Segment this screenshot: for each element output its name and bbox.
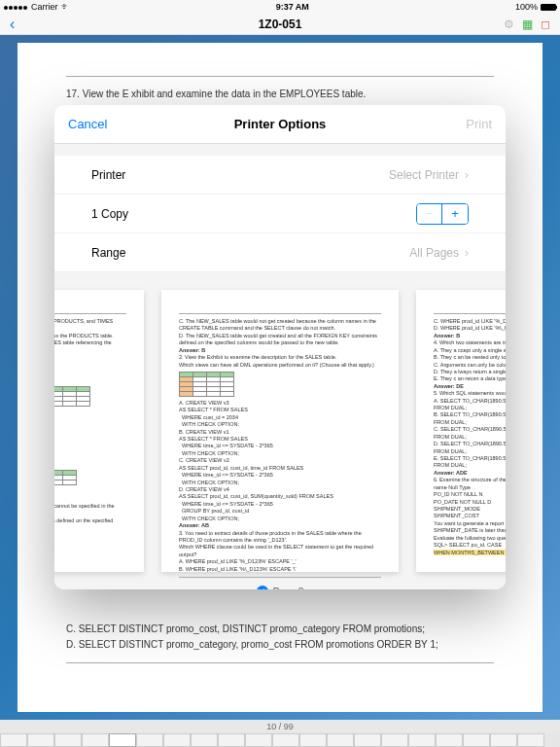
modal-title: Printer Options — [54, 117, 506, 131]
pv-text: You want to generate a report — [434, 520, 506, 527]
pv-text: 6. Examine the structure of the SH — [434, 477, 506, 483]
preview-page-4[interactable]: C. WHERE prod_id LIKE '%_D12 D. WHERE pr… — [416, 290, 506, 572]
clock: 9:37 AM — [276, 2, 309, 12]
pv-text: SHIPMENT_MODE — [434, 506, 506, 513]
page-title: 1Z0-051 — [0, 18, 560, 31]
checkmark-icon: ✓ — [257, 586, 268, 589]
pv-text: SDATE) — [54, 354, 126, 361]
pv-text: SQL> SELECT po_id, CASE — [434, 542, 506, 549]
pv-text: SHIPMENT_DATE is later than on — [434, 527, 506, 534]
copies-row: 1 Copy −+ — [54, 195, 506, 233]
pv-text: FROM DUAL; — [434, 462, 506, 469]
preview-page-2[interactable]: MERS, PRODUCTS, and TIMES eferences the … — [54, 290, 144, 572]
page-counter: 10 / 99 — [0, 720, 560, 733]
printer-label: Printer — [91, 168, 125, 182]
pv-text: C. Arguments can only be column — [434, 362, 506, 369]
pv-answer: Answer: DE — [434, 383, 464, 389]
back-button[interactable]: ‹ — [10, 16, 15, 33]
pv-answer: Answer: AB — [179, 522, 209, 528]
chevron-right-icon: › — [465, 168, 469, 182]
range-label: Range — [91, 246, 125, 260]
battery-pct: 100% — [515, 2, 538, 12]
pv-text: D. WHERE prod_id LIKE '%\_D12 — [434, 325, 506, 332]
pv-text: B. They c an be nested only to tw — [434, 354, 506, 361]
bookmark-icon[interactable]: ◻ — [541, 18, 550, 31]
pv-text: A. WHERE prod_id LIKE '%_D123%' ESCAPE '… — [179, 558, 381, 565]
pv-text: A. CREATE VIEW v3 — [179, 400, 381, 407]
thumbnails-strip[interactable] — [0, 733, 560, 747]
print-button[interactable]: Print — [466, 117, 492, 131]
stepper-minus-button[interactable]: − — [417, 204, 442, 224]
pv-text: AS SELECT prod_id, cust_id, time_id FROM… — [179, 465, 381, 486]
pv-text: FROM DUAL; — [434, 448, 506, 455]
pv-text: SHIPMENT_COST — [434, 513, 506, 519]
pv-text: D. The NEW_SALES table would get created… — [179, 333, 381, 347]
question-17-line1: 17. View the E xhibit and examine the da… — [66, 87, 494, 102]
pv-text: FROM DUAL; — [434, 434, 506, 441]
status-bar: Carrier ᯤ 9:37 AM 100% — [0, 0, 560, 14]
printer-row[interactable]: Printer Select Printer› — [54, 156, 506, 195]
pv-text: MERS, PRODUCTS, and TIMES — [54, 318, 126, 325]
pv-text: B. SELECT TO_CHAR(1890.55,'$ — [434, 411, 506, 418]
chevron-right-icon: › — [465, 246, 469, 260]
stepper-plus-button[interactable]: + — [442, 204, 468, 224]
mini-table — [179, 372, 234, 397]
pv-text: AS SELECT * FROM SALES WHERE cust_id = 2… — [179, 407, 381, 428]
preview-footer: ✓ Page 3 — [179, 586, 381, 589]
copies-stepper[interactable]: −+ — [416, 203, 469, 225]
wifi-icon: ᯤ — [61, 2, 70, 12]
pv-text: D. CREATE VIEW v4 — [179, 486, 381, 493]
pv-text: 2. View the Exhibit to examine the descr… — [179, 354, 381, 361]
pv-text: 4. Which two statements are true — [434, 339, 506, 346]
preview-page-label: Page 3 — [273, 587, 304, 589]
pv-text: C. WHERE prod_id LIKE '%_D12 — [434, 318, 506, 325]
pv-text: name Null Type — [434, 484, 506, 491]
print-previews[interactable]: MERS, PRODUCTS, and TIMES eferences the … — [54, 272, 506, 589]
nav-bar: ‹ 1Z0-051 ⚙ ▦ ◻ — [0, 14, 560, 35]
copies-label: 1 Copy — [91, 207, 128, 221]
pv-text: AS SELECT prod_id, cust_id, SUM(quantity… — [179, 493, 381, 522]
pv-text: AS SELECT * FROM SALES WHERE time_id <= … — [179, 436, 381, 457]
range-row[interactable]: Range All Pages› — [54, 233, 506, 272]
pv-text: nstraints defined on the specified — [54, 517, 126, 524]
pv-text: the SALES table referencing the — [54, 339, 126, 346]
pv-text: B. WHERE prod_id LIKE '%\_D123%' ESCAPE … — [179, 566, 381, 573]
pv-text: 3. You need to extract details of those … — [179, 530, 381, 545]
battery-icon — [541, 4, 556, 11]
cancel-button[interactable]: Cancel — [68, 117, 107, 131]
printer-options-modal: Cancel Printer Options Print Printer Sel… — [54, 105, 506, 589]
options-list: Printer Select Printer› 1 Copy −+ Range … — [54, 156, 506, 272]
carrier-label: Carrier — [31, 2, 58, 12]
mini-table — [54, 470, 77, 485]
pv-text: eferences the PRODUCTS table. — [54, 333, 126, 339]
pv-text: PO_ID NOT NULL N — [434, 491, 506, 498]
pv-text: C. CREATE VIEW v2 — [179, 457, 381, 464]
range-value: All Pages — [409, 246, 459, 260]
pv-text: C. The NEW_SALES table would not get cre… — [179, 318, 381, 333]
pv-text: FROM DUAL; — [434, 405, 506, 411]
mini-table — [54, 386, 90, 407]
pv-text: E. They c an return a data type — [434, 375, 506, 382]
pv-text: FROM DUAL; — [434, 419, 506, 426]
pv-answer: Answer: B — [434, 333, 460, 338]
option-d: D. SELECT DISTINCT promo_category, promo… — [66, 637, 494, 653]
pv-text: A. They a ccept only a single argu — [434, 347, 506, 354]
pv-text: D. They a lways return a single re — [434, 369, 506, 375]
pv-text: Evaluate the following two queries — [434, 535, 506, 542]
pv-text: PO_DATE NOT NULL D — [434, 499, 506, 506]
pv-answer: Answer: B — [179, 347, 205, 353]
printer-value: Select Printer — [389, 168, 459, 182]
pv-text: C. SELECT TO_CHAR(1890.55,'$ — [434, 426, 506, 433]
preview-page-3[interactable]: C. The NEW_SALES table would not get cre… — [161, 290, 399, 572]
pv-hl-text: WHEN MONTHS_BETWEEN (shi — [434, 550, 506, 555]
pv-answer: Answer: ADE — [434, 470, 468, 476]
pv-text: A. SELECT TO_CHAR(1890.55,'$ — [434, 398, 506, 405]
pv-text: E. SELECT TO_CHAR(1890.55,'$ — [434, 455, 506, 462]
pv-text: Which WHERE clause could be used in the … — [179, 544, 381, 558]
pv-text: ? value cannot be specified in the — [54, 503, 126, 510]
grid-icon[interactable]: ▦ — [522, 18, 533, 31]
pv-text: D. SELECT TO_CHAR(1890.55,'$ — [434, 441, 506, 447]
modal-header: Cancel Printer Options Print — [54, 105, 506, 144]
pv-text: Which views can have all DML operations … — [179, 362, 381, 369]
settings-icon[interactable]: ⚙ — [504, 18, 514, 31]
